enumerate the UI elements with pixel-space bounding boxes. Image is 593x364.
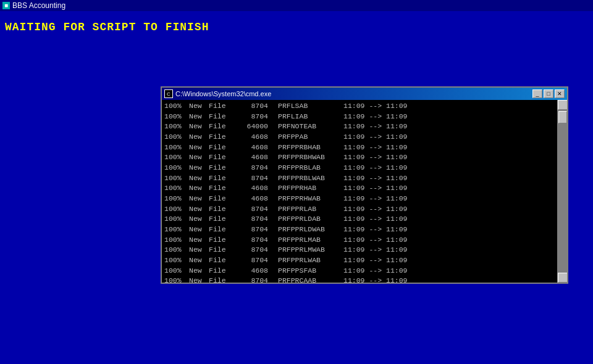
table-row: 100%NewFile8704PRFPPRBLAB11:09 --> 11:09 bbox=[164, 163, 555, 173]
row-size: 8704 bbox=[236, 214, 273, 225]
row-new: New bbox=[189, 183, 209, 194]
app-title-bar: ■ BBS Accounting bbox=[0, 0, 593, 11]
row-pct: 100% bbox=[164, 204, 189, 215]
row-time: 11:09 --> 11:09 bbox=[341, 204, 408, 215]
row-pct: 100% bbox=[164, 173, 189, 184]
row-pct: 100% bbox=[164, 276, 189, 283]
row-file: File bbox=[209, 132, 236, 143]
row-pct: 100% bbox=[164, 152, 189, 163]
row-file: File bbox=[209, 255, 236, 266]
table-row: 100%NewFile64000PRFNOTEAB11:09 --> 11:09 bbox=[164, 122, 555, 132]
row-time: 11:09 --> 11:09 bbox=[341, 183, 408, 194]
row-time: 11:09 --> 11:09 bbox=[341, 276, 408, 283]
row-time: 11:09 --> 11:09 bbox=[341, 122, 408, 132]
row-name: PRFPPRHWAB bbox=[273, 194, 341, 204]
row-pct: 100% bbox=[164, 143, 189, 153]
row-time: 11:09 --> 11:09 bbox=[341, 143, 408, 153]
row-pct: 100% bbox=[164, 122, 189, 132]
row-file: File bbox=[209, 235, 236, 246]
row-new: New bbox=[189, 173, 209, 184]
scroll-down-button[interactable]: ▼ bbox=[558, 273, 567, 283]
row-size: 8704 bbox=[236, 204, 273, 215]
scroll-thumb[interactable] bbox=[558, 111, 567, 123]
table-row: 100%NewFile8704PRFLSAB11:09 --> 11:09 bbox=[164, 101, 555, 112]
row-file: File bbox=[209, 225, 236, 235]
row-name: PRFNOTEAB bbox=[273, 122, 341, 132]
row-size: 4608 bbox=[236, 132, 273, 143]
row-new: New bbox=[189, 163, 209, 173]
table-row: 100%NewFile8704PRFPPRBLWAB11:09 --> 11:0… bbox=[164, 173, 555, 184]
row-file: File bbox=[209, 112, 236, 122]
maximize-button[interactable]: □ bbox=[544, 89, 553, 98]
row-name: PRFPPRLDWAB bbox=[273, 225, 341, 235]
row-pct: 100% bbox=[164, 183, 189, 194]
row-size: 8704 bbox=[236, 276, 273, 283]
row-new: New bbox=[189, 235, 209, 246]
row-pct: 100% bbox=[164, 266, 189, 276]
row-pct: 100% bbox=[164, 214, 189, 225]
row-size: 8704 bbox=[236, 225, 273, 235]
row-name: PRFPPAB bbox=[273, 132, 341, 143]
row-time: 11:09 --> 11:09 bbox=[341, 235, 408, 246]
row-new: New bbox=[189, 122, 209, 132]
table-row: 100%NewFile4608PRFPPRHAB11:09 --> 11:09 bbox=[164, 183, 555, 194]
row-file: File bbox=[209, 183, 236, 194]
row-pct: 100% bbox=[164, 132, 189, 143]
table-row: 100%NewFile4608PRFPPAB11:09 --> 11:09 bbox=[164, 132, 555, 143]
row-file: File bbox=[209, 204, 236, 215]
scroll-track[interactable] bbox=[558, 110, 567, 273]
row-name: PRFPPSFAB bbox=[273, 266, 341, 276]
row-file: File bbox=[209, 276, 236, 283]
row-time: 11:09 --> 11:09 bbox=[341, 225, 408, 235]
row-new: New bbox=[189, 214, 209, 225]
row-new: New bbox=[189, 101, 209, 112]
row-size: 8704 bbox=[236, 235, 273, 246]
row-size: 64000 bbox=[236, 122, 273, 132]
table-row: 100%NewFile8704PRFPPRLDWAB11:09 --> 11:0… bbox=[164, 225, 555, 235]
row-file: File bbox=[209, 163, 236, 173]
row-time: 11:09 --> 11:09 bbox=[341, 173, 408, 184]
table-row: 100%NewFile8704PRFPPRLWAB11:09 --> 11:09 bbox=[164, 255, 555, 266]
row-pct: 100% bbox=[164, 235, 189, 246]
row-file: File bbox=[209, 173, 236, 184]
row-time: 11:09 --> 11:09 bbox=[341, 266, 408, 276]
row-pct: 100% bbox=[164, 225, 189, 235]
table-row: 100%NewFile8704PRFPPRLMWAB11:09 --> 11:0… bbox=[164, 245, 555, 255]
cmd-content: 100%NewFile8704PRFLSAB11:09 --> 11:09100… bbox=[162, 100, 557, 283]
row-file: File bbox=[209, 266, 236, 276]
row-name: PRFPPRBHWAB bbox=[273, 152, 341, 163]
row-name: PRFPPRBLWAB bbox=[273, 173, 341, 184]
row-file: File bbox=[209, 194, 236, 204]
row-time: 11:09 --> 11:09 bbox=[341, 214, 408, 225]
cmd-title-left: C C:\Windows\System32\cmd.exe bbox=[164, 89, 271, 98]
row-size: 8704 bbox=[236, 112, 273, 122]
row-new: New bbox=[189, 266, 209, 276]
row-size: 8704 bbox=[236, 101, 273, 112]
close-button[interactable]: ✕ bbox=[555, 89, 565, 98]
table-row: 100%NewFile8704PRFPRCAAB11:09 --> 11:09 bbox=[164, 276, 555, 283]
row-name: PRFPRCAAB bbox=[273, 276, 341, 283]
cmd-title-text: C:\Windows\System32\cmd.exe bbox=[175, 90, 271, 97]
row-pct: 100% bbox=[164, 255, 189, 266]
row-name: PRFPPRLAB bbox=[273, 204, 341, 215]
row-new: New bbox=[189, 204, 209, 215]
row-time: 11:09 --> 11:09 bbox=[341, 255, 408, 266]
row-time: 11:09 --> 11:09 bbox=[341, 101, 408, 112]
row-time: 11:09 --> 11:09 bbox=[341, 112, 408, 122]
row-time: 11:09 --> 11:09 bbox=[341, 163, 408, 173]
waiting-message: WAITING FOR SCRIPT TO FINISH bbox=[0, 11, 593, 43]
scroll-up-button[interactable]: ▲ bbox=[558, 100, 567, 110]
row-size: 4608 bbox=[236, 143, 273, 153]
row-file: File bbox=[209, 101, 236, 112]
cmd-scrollbar[interactable]: ▲ ▼ bbox=[557, 100, 567, 283]
minimize-button[interactable]: _ bbox=[532, 89, 542, 98]
row-name: PRFLIAB bbox=[273, 112, 341, 122]
cmd-title-buttons: _ □ ✕ bbox=[532, 89, 565, 98]
row-file: File bbox=[209, 214, 236, 225]
table-row: 100%NewFile8704PRFPPRLDAB11:09 --> 11:09 bbox=[164, 214, 555, 225]
app-icon: ■ bbox=[2, 2, 10, 9]
cmd-window: C C:\Windows\System32\cmd.exe _ □ ✕ 100%… bbox=[161, 86, 568, 284]
row-size: 4608 bbox=[236, 152, 273, 163]
row-size: 8704 bbox=[236, 163, 273, 173]
row-new: New bbox=[189, 194, 209, 204]
